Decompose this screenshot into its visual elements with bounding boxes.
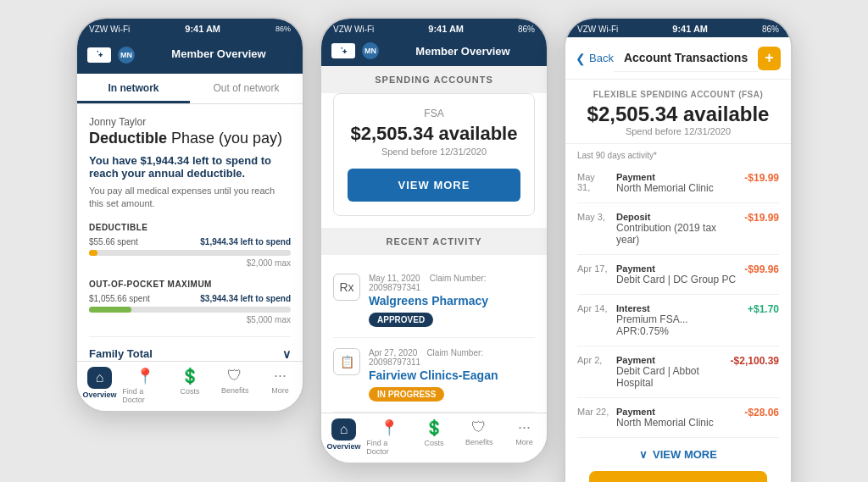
fsa-header-amount: $2,505.34 available bbox=[577, 102, 779, 126]
view-more-button[interactable]: VIEW MORE bbox=[348, 169, 520, 202]
activity-date-2: Apr 27, 2020 bbox=[369, 348, 417, 357]
bottom-nav-2: ⌂ Overview 📍 Find a Doctor 💲 Costs 🛡 Ben… bbox=[321, 413, 547, 463]
member-badge-2: MN bbox=[362, 42, 379, 59]
phone-3: VZW Wi-Fi 9:41 AM 86% ❮ Back Account Tra… bbox=[564, 17, 793, 482]
nav-overview-label-1: Overview bbox=[83, 391, 117, 399]
nav-doctor-label-1: Find a Doctor bbox=[122, 387, 167, 404]
rx-icon: Rx bbox=[333, 274, 360, 301]
scroll-content-1: Jonny Taylor Deductible Phase (you pay) … bbox=[77, 104, 303, 361]
member-name: Jonny Taylor bbox=[89, 116, 291, 128]
activity-content-2: Apr 27, 2020 Claim Number: 20098797311 F… bbox=[369, 348, 535, 402]
activity-content-1: May 11, 2020 Claim Number: 20098797341 W… bbox=[369, 274, 535, 327]
family-total[interactable]: Family Total ∨ bbox=[89, 336, 291, 361]
signal-3: VZW Wi-Fi bbox=[577, 25, 618, 34]
table-row: Apr 2, Payment Debit Card | Abbot Hospit… bbox=[577, 346, 779, 398]
oop-left: $3,944.34 left to spend bbox=[200, 294, 291, 303]
tab-in-network[interactable]: In network bbox=[77, 74, 190, 103]
home-icon-1: ⌂ bbox=[96, 370, 104, 385]
document-icon: 📋 bbox=[333, 348, 360, 375]
nav-find-doctor-2[interactable]: 📍 Find a Doctor bbox=[366, 418, 411, 456]
trans-date-5: Apr 2, bbox=[577, 355, 609, 389]
transactions-scroll: Last 90 days activity* May 31, Payment N… bbox=[565, 144, 791, 482]
trans-date-3: Apr 17, bbox=[577, 263, 609, 285]
plus-button[interactable]: + bbox=[758, 47, 781, 70]
activity-item-2[interactable]: 📋 Apr 27, 2020 Claim Number: 20098797311… bbox=[333, 338, 535, 413]
time-3: 9:41 AM bbox=[672, 24, 708, 34]
view-more-label: VIEW MORE bbox=[653, 448, 717, 461]
oop-spent: $1,055.66 spent bbox=[89, 294, 150, 303]
activity-item-1[interactable]: Rx May 11, 2020 Claim Number: 2009879734… bbox=[333, 263, 535, 338]
table-row: May 3, Deposit Contribution (2019 tax ye… bbox=[577, 203, 779, 255]
nav-costs-1[interactable]: 💲 Costs bbox=[167, 367, 212, 404]
deductible-left: $1,944.34 left to spend bbox=[200, 237, 291, 247]
trans-amount-6: -$28.06 bbox=[744, 407, 779, 429]
time-2: 9:41 AM bbox=[428, 24, 464, 34]
fsa-header-3: FLEXIBLE SPENDING ACCOUNT (FSA) $2,505.3… bbox=[565, 80, 791, 144]
nav-benefits-2[interactable]: 🛡 Benefits bbox=[457, 418, 502, 456]
trans-type-2: Deposit bbox=[616, 212, 737, 222]
nav-benefits-label-2: Benefits bbox=[465, 438, 493, 446]
trans-type-5: Payment bbox=[616, 355, 724, 365]
trans-date-1: May 31, bbox=[577, 172, 609, 194]
nav-more-label-2: More bbox=[515, 438, 533, 446]
trans-details-5: Payment Debit Card | Abbot Hospital bbox=[616, 355, 724, 389]
nav-costs-2[interactable]: 💲 Costs bbox=[411, 418, 456, 456]
back-nav: ❮ Back Account Transactions + bbox=[565, 37, 791, 80]
member-badge-1: MN bbox=[118, 47, 135, 64]
trans-name-6: North Memorial Clinic bbox=[616, 417, 737, 429]
fsa-card: FSA $2,505.34 available Spend before 12/… bbox=[333, 93, 535, 216]
back-button[interactable]: ❮ Back bbox=[576, 52, 614, 65]
table-row: May 31, Payment North Memorial Clinic -$… bbox=[577, 163, 779, 203]
battery-1: 86% bbox=[275, 25, 291, 33]
phone-2: VZW Wi-Fi 9:41 AM 86% ʿ✚ MN Member Overv… bbox=[320, 17, 548, 464]
location-icon-1: 📍 bbox=[136, 367, 154, 385]
trans-type-6: Payment bbox=[616, 407, 737, 417]
account-transactions-title: Account Transactions bbox=[614, 44, 758, 72]
trans-name-4: Premium FSA... APR:0.75% bbox=[616, 313, 741, 337]
phone-1: VZW Wi-Fi 9:41 AM 86% ʿ✚ MN Member Overv… bbox=[75, 17, 304, 413]
nav-overview-2[interactable]: ⌂ Overview bbox=[321, 418, 366, 456]
trans-details-1: Payment North Memorial Clinic bbox=[616, 172, 737, 194]
bottom-nav-1: ⌂ Overview 📍 Find a Doctor 💲 Costs 🛡 Ben… bbox=[77, 361, 303, 411]
nav-overview-1[interactable]: ⌂ Overview bbox=[77, 367, 122, 404]
chevron-left-icon: ❮ bbox=[576, 52, 586, 65]
fsa-label: FSA bbox=[348, 108, 520, 119]
highlight-text: You have $1,944.34 left to spend to reac… bbox=[89, 154, 291, 180]
nav-bar-1: ʿ✚ MN Member Overview bbox=[77, 37, 303, 74]
status-badge-approved: APPROVED bbox=[369, 313, 433, 327]
tab-out-of-network[interactable]: Out of network bbox=[190, 74, 303, 103]
fsa-section-label: FLEXIBLE SPENDING ACCOUNT (FSA) bbox=[577, 90, 779, 99]
oop-max: $5,000 max bbox=[89, 315, 291, 324]
table-row: Apr 17, Payment Debit Card | DC Group PC… bbox=[577, 255, 779, 295]
manage-account-button[interactable]: + MANAGE ACCOUNT bbox=[589, 471, 767, 482]
signal-1: VZW Wi-Fi bbox=[89, 25, 130, 34]
scroll-content-2: SPENDING ACCOUNTS FSA $2,505.34 availabl… bbox=[321, 66, 547, 413]
trans-type-4: Interest bbox=[616, 303, 741, 313]
status-bar-3: VZW Wi-Fi 9:41 AM 86% bbox=[565, 19, 791, 37]
logo-2: ʿ✚ bbox=[331, 43, 355, 58]
trans-amount-4: +$1.70 bbox=[748, 303, 779, 337]
trans-details-4: Interest Premium FSA... APR:0.75% bbox=[616, 303, 741, 337]
nav-more-1[interactable]: ··· More bbox=[258, 367, 303, 404]
activity-date-1: May 11, 2020 bbox=[369, 274, 420, 283]
fsa-header-date: Spend before 12/31/2020 bbox=[577, 126, 779, 136]
nav-more-2[interactable]: ··· More bbox=[502, 418, 547, 456]
deductible-progress-row: $55.66 spent $1,944.34 left to spend bbox=[89, 237, 291, 247]
fsa-date-2: Spend before 12/31/2020 bbox=[348, 147, 520, 157]
nav-overview-label-2: Overview bbox=[327, 442, 361, 451]
manage-btn-wrapper: + MANAGE ACCOUNT bbox=[565, 471, 791, 482]
deductible-bar-bg bbox=[89, 250, 291, 256]
nav-costs-label-2: Costs bbox=[425, 439, 444, 447]
trans-details-3: Payment Debit Card | DC Group PC bbox=[616, 263, 737, 285]
back-label: Back bbox=[589, 52, 614, 64]
nav-benefits-1[interactable]: 🛡 Benefits bbox=[213, 367, 258, 404]
view-more-link[interactable]: ∨ VIEW MORE bbox=[565, 438, 791, 471]
trans-details-2: Deposit Contribution (2019 tax year) bbox=[616, 212, 737, 246]
status-bar-2: VZW Wi-Fi 9:41 AM 86% bbox=[321, 19, 547, 37]
costs-icon-1: 💲 bbox=[181, 367, 199, 385]
nav-find-doctor-1[interactable]: 📍 Find a Doctor bbox=[122, 367, 167, 404]
trans-date-4: Apr 14, bbox=[577, 303, 609, 337]
tabs-1: In network Out of network bbox=[77, 74, 303, 104]
benefits-icon-1: 🛡 bbox=[227, 367, 242, 385]
oop-bar-fill bbox=[89, 307, 131, 313]
